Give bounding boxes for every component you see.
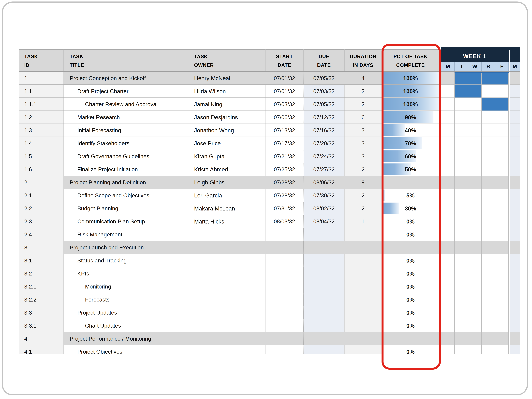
cell-task-id[interactable]: 1.2 (19, 111, 64, 124)
cell-start-date[interactable] (266, 332, 304, 345)
cell-task-title[interactable]: Define Scope and Objectives (64, 189, 188, 202)
gantt-filled-cell[interactable] (455, 72, 468, 85)
cell-start-date[interactable]: 07/28/32 (266, 189, 304, 202)
gantt-day-cell[interactable] (441, 345, 455, 354)
cell-due-date[interactable]: 08/02/32 (304, 202, 345, 215)
cell-duration[interactable] (345, 280, 382, 293)
cell-start-date[interactable]: 07/28/32 (266, 176, 304, 189)
gantt-day-cell[interactable] (481, 215, 495, 228)
gantt-day-cell[interactable] (455, 137, 468, 150)
gantt-day-cell[interactable] (441, 319, 455, 332)
gantt-day-cell[interactable] (468, 345, 481, 354)
gantt-filled-cell[interactable] (481, 72, 495, 85)
cell-start-date[interactable] (266, 306, 304, 319)
day-header-5[interactable]: F (495, 62, 509, 71)
gantt-day-cell[interactable] (495, 150, 509, 163)
cell-task-id[interactable]: 1.4 (19, 137, 64, 150)
cell-task-title[interactable]: Forecasts (64, 293, 188, 306)
gantt-day-cell[interactable] (495, 189, 509, 202)
gantt-day-cell[interactable] (468, 319, 481, 332)
cell-task-id[interactable]: 2.4 (19, 228, 64, 241)
gantt-day-cell[interactable] (468, 280, 481, 293)
gantt-day-cell[interactable] (441, 163, 455, 176)
column-header-due-date[interactable]: DUE DATE (304, 49, 345, 72)
gantt-day-cell-next-week[interactable] (510, 280, 520, 293)
gantt-day-cell-next-week[interactable] (510, 98, 520, 111)
cell-due-date[interactable] (304, 254, 345, 267)
gantt-day-cell[interactable] (441, 150, 455, 163)
gantt-day-cell[interactable] (481, 319, 495, 332)
gantt-day-cell[interactable] (441, 124, 455, 137)
gantt-day-cell[interactable] (455, 332, 468, 345)
day-header-2[interactable]: T (455, 62, 468, 71)
day-header-next-week[interactable]: M (510, 62, 520, 71)
gantt-day-cell-next-week[interactable] (510, 293, 520, 306)
cell-start-date[interactable] (266, 254, 304, 267)
gantt-day-cell-next-week[interactable] (510, 85, 520, 98)
gantt-day-cell[interactable] (495, 202, 509, 215)
cell-start-date[interactable] (266, 241, 304, 254)
cell-duration[interactable] (345, 293, 382, 306)
gantt-day-cell[interactable] (495, 163, 509, 176)
cell-task-owner[interactable]: Marta Hicks (188, 215, 266, 228)
cell-task-owner[interactable]: Leigh Gibbs (188, 176, 266, 189)
cell-due-date[interactable]: 08/06/32 (304, 176, 345, 189)
gantt-day-cell-next-week[interactable] (510, 163, 520, 176)
cell-task-owner[interactable] (188, 345, 266, 354)
column-header-task-id[interactable]: TASK ID (19, 49, 64, 72)
gantt-day-cell[interactable] (468, 163, 481, 176)
gantt-filled-cell[interactable] (481, 98, 495, 111)
cell-task-title[interactable]: Draft Governance Guidelines (64, 150, 188, 163)
cell-duration[interactable]: 2 (345, 189, 382, 202)
column-header-duration[interactable]: DURATION IN DAYS (345, 49, 382, 72)
gantt-day-cell[interactable] (441, 215, 455, 228)
gantt-day-cell[interactable] (495, 241, 509, 254)
day-header-3[interactable]: W (468, 62, 481, 71)
gantt-day-cell[interactable] (468, 241, 481, 254)
gantt-day-cell[interactable] (468, 98, 481, 111)
gantt-day-cell[interactable] (495, 267, 509, 280)
cell-task-title[interactable]: Market Research (64, 111, 188, 124)
gantt-day-cell[interactable] (481, 202, 495, 215)
cell-duration[interactable]: 6 (345, 111, 382, 124)
gantt-day-cell[interactable] (455, 111, 468, 124)
gantt-day-cell[interactable] (468, 176, 481, 189)
gantt-day-cell[interactable] (481, 163, 495, 176)
gantt-day-cell[interactable] (455, 202, 468, 215)
gantt-day-cell[interactable] (455, 241, 468, 254)
gantt-day-cell-next-week[interactable] (510, 332, 520, 345)
cell-task-owner[interactable]: Jose Price (188, 137, 266, 150)
cell-start-date[interactable]: 07/17/32 (266, 137, 304, 150)
cell-task-title[interactable]: Identify Stakeholders (64, 137, 188, 150)
gantt-day-cell[interactable] (468, 137, 481, 150)
gantt-day-cell[interactable] (455, 293, 468, 306)
cell-start-date[interactable]: 07/01/32 (266, 85, 304, 98)
cell-task-title[interactable]: Monitoring (64, 280, 188, 293)
cell-due-date[interactable]: 07/03/32 (304, 85, 345, 98)
cell-duration[interactable] (345, 228, 382, 241)
cell-task-title[interactable]: Project Conception and Kickoff (64, 72, 188, 85)
gantt-day-cell[interactable] (481, 137, 495, 150)
gantt-day-cell[interactable] (481, 345, 495, 354)
cell-task-id[interactable]: 1.5 (19, 150, 64, 163)
gantt-day-cell[interactable] (468, 124, 481, 137)
cell-start-date[interactable] (266, 345, 304, 354)
gantt-day-cell[interactable] (441, 111, 455, 124)
gantt-day-cell[interactable] (481, 228, 495, 241)
cell-due-date[interactable]: 07/05/32 (304, 72, 345, 85)
gantt-day-cell[interactable] (481, 176, 495, 189)
gantt-day-cell[interactable] (455, 267, 468, 280)
gantt-day-cell[interactable] (495, 280, 509, 293)
cell-task-title[interactable]: Charter Review and Approval (64, 98, 188, 111)
cell-duration[interactable] (345, 319, 382, 332)
gantt-day-cell[interactable] (468, 254, 481, 267)
column-header-task-owner[interactable]: TASK OWNER (188, 49, 266, 72)
cell-task-id[interactable]: 2 (19, 176, 64, 189)
cell-task-owner[interactable]: Jonathon Wong (188, 124, 266, 137)
cell-task-id[interactable]: 2.2 (19, 202, 64, 215)
gantt-day-cell-next-week[interactable] (510, 189, 520, 202)
cell-task-owner[interactable] (188, 306, 266, 319)
cell-task-title[interactable]: KPIs (64, 267, 188, 280)
cell-start-date[interactable] (266, 228, 304, 241)
cell-task-id[interactable]: 3.2.2 (19, 293, 64, 306)
